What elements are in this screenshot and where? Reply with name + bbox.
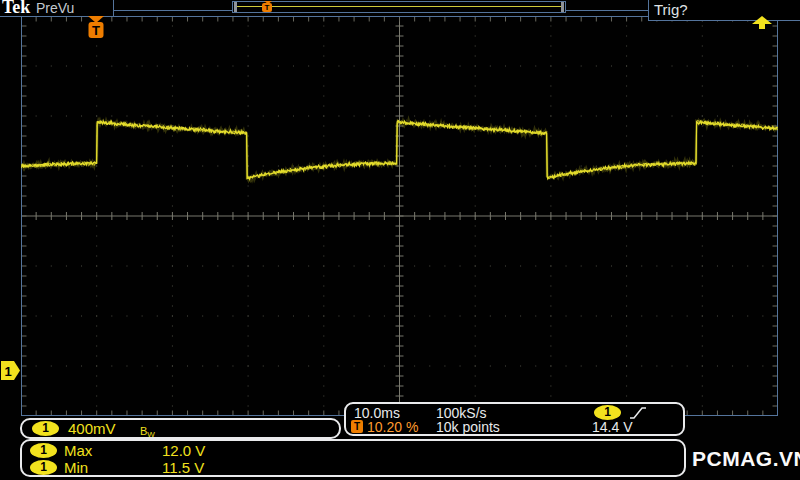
trigger-t-icon: T [351,420,363,433]
record-trigger-t-icon: T [262,3,272,12]
trigger-level-offscreen-arrow-icon [751,16,775,30]
record-view-bar: T [232,1,566,13]
channel1-position-marker: 1 [1,361,21,380]
record-length-readout: 10k points [436,419,500,435]
graticule [21,16,778,416]
trigger-source-badge: 1 [594,405,621,420]
measurement-channel-badge: 1 [30,460,57,475]
brand-logo: Tek [2,0,30,18]
trigger-marker-t-label: T [92,23,100,38]
acquisition-readout-box: 10.0ms 100kS/s 1 T 10.20 % 10k points 14… [344,402,685,436]
watermark: PCMAG.VN [692,447,800,471]
bandwidth-limit-icon: BW [140,421,155,439]
channel1-scale: 400mV [68,420,116,437]
record-view-left-bracket [234,2,237,12]
channel1-badge: 1 [32,421,59,436]
trigger-status-box: Trig? [648,0,800,21]
measurement-row: 1 Min 11.5 V [22,459,684,476]
header-rule-left [114,10,232,11]
acquisition-status: PreVu [36,0,74,16]
measurements-box: 1 Max 12.0 V 1 Min 11.5 V [20,439,686,477]
trigger-position-marker: T [87,15,105,40]
channel1-marker-label: 1 [4,364,11,379]
trigger-status-label: Trig? [654,1,688,18]
oscilloscope-screen: Tek PreVu T Trig? T 1 1 400mV BW 10.0ms [0,0,800,480]
trigger-level-readout: 14.4 V [592,419,632,435]
measurement-name: Max [64,442,92,459]
trigger-position-readout: 10.20 % [367,419,418,435]
measurement-row: 1 Max 12.0 V [22,442,684,459]
header-rule-right [566,10,648,11]
channel1-readout-box: 1 400mV BW [20,418,341,439]
trigger-marker-arrow-icon [88,16,104,23]
record-view-right-bracket [561,2,564,12]
rising-edge-icon [629,406,647,420]
graticule-grid [21,16,778,416]
record-trigger-marker: T [262,1,273,13]
record-waveform-line [234,6,564,7]
measurement-value: 11.5 V [162,459,204,476]
measurement-name: Min [64,459,88,476]
measurement-value: 12.0 V [162,442,205,459]
measurement-channel-badge: 1 [30,443,57,458]
